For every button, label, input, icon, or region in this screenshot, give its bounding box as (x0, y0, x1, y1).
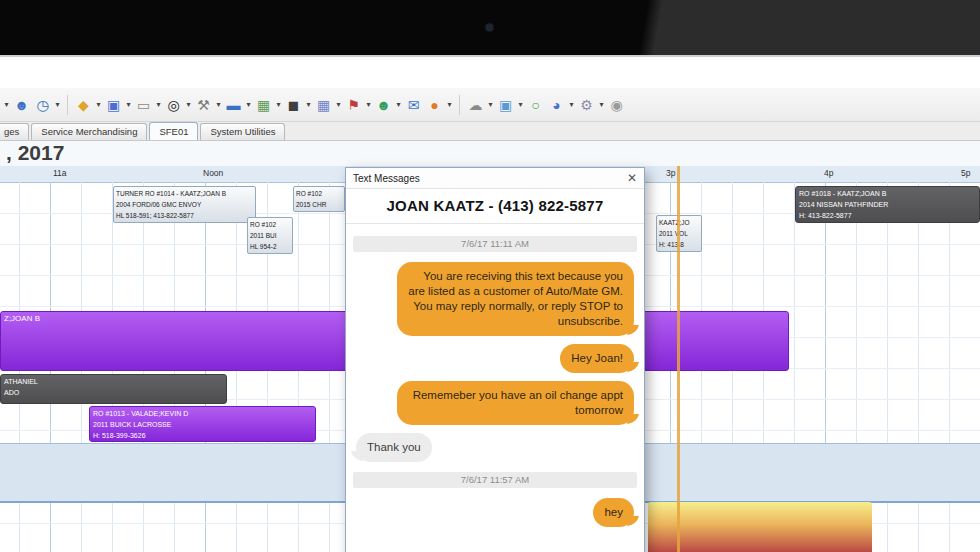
appointment-line: H: 413-822-5877 (799, 210, 976, 221)
dropdown-caret-icon[interactable]: ▾ (124, 100, 133, 109)
appointment-line: RO #1013 - VALADE;KEVIN D (93, 408, 312, 419)
dropdown-caret-icon[interactable]: ▾ (516, 100, 525, 109)
appt-ro-1018-kaatz[interactable]: RO #1018 - KAATZ;JOAN B2014 NISSAN PATHF… (795, 186, 980, 223)
appt-turner-1014[interactable]: TURNER RO #1014 - KAATZ;JOAN B2004 FORD/… (113, 186, 256, 223)
dropdown-caret-icon[interactable]: ▾ (274, 100, 283, 109)
clock-icon[interactable]: ◷ (33, 95, 52, 115)
dropdown-caret-icon[interactable]: ▾ (184, 100, 193, 109)
ledger-icon[interactable]: ◼ (284, 95, 303, 115)
time-label-Noon: Noon (203, 168, 223, 178)
dropdown-caret-icon[interactable]: ▾ (154, 100, 163, 109)
appointment-line: 2011 BUI (250, 230, 290, 241)
dropdown-caret-icon[interactable]: ▾ (214, 100, 223, 109)
time-label-3p: 3p (666, 168, 675, 178)
monitor-bezel (0, 0, 980, 57)
date-heading: , 2017 (6, 141, 64, 165)
parts-box-icon[interactable]: ◆ (74, 95, 93, 115)
dropdown-caret-icon[interactable]: ▾ (445, 100, 454, 109)
mail-icon[interactable]: ✉ (404, 95, 423, 115)
appointment-line: RO #102 (250, 219, 290, 230)
appointment-line: TURNER RO #1014 - KAATZ;JOAN B (116, 188, 253, 199)
appt-ro-102-chr[interactable]: RO #1022015 CHR (293, 186, 345, 212)
outgoing-message-bubble: Hey Joan! (560, 344, 634, 373)
dropdown-caret-icon[interactable]: ▾ (567, 100, 576, 109)
dialog-title-bar[interactable]: Text Messages ✕ (346, 168, 644, 189)
text-messages-dialog: Text Messages ✕ JOAN KAATZ - (413) 822-5… (345, 167, 645, 552)
contact-header: JOAN KAATZ - (413) 822-5877 (346, 189, 644, 224)
close-icon[interactable]: ✕ (627, 172, 637, 184)
dropdown-caret-icon[interactable]: ▾ (244, 100, 253, 109)
outgoing-message-bubble: hey (593, 498, 634, 527)
gear-icon[interactable]: ⚙ (577, 95, 596, 115)
appointment-line: ADO (4, 387, 223, 398)
appointment-line: 2004 FORD/06 GMC ENVOY (116, 199, 253, 210)
tire-icon[interactable]: ◎ (164, 95, 183, 115)
appointment-line: RO #1018 - KAATZ;JOAN B (799, 188, 976, 199)
appointment-line: H: 518-399-3626 (93, 430, 312, 441)
green-ring-icon[interactable]: ○ (526, 95, 545, 115)
appointment-line: 2011 BUICK LACROSSE (93, 419, 312, 430)
toolbar-separator (459, 95, 460, 115)
dropdown-caret-icon[interactable]: ▾ (53, 100, 62, 109)
dropdown-caret-icon[interactable]: ▾ (394, 100, 403, 109)
appointment-line: ATHANIEL (4, 376, 223, 387)
register-icon[interactable]: ▦ (254, 95, 273, 115)
message-area[interactable]: 7/6/17 11:11 AMYou are receiving this te… (346, 224, 644, 552)
birds-icon[interactable]: ● (425, 95, 444, 115)
shield-icon[interactable]: ▣ (104, 95, 123, 115)
date-heading-strip: , 2017 (0, 141, 980, 166)
webcam-icon (486, 24, 493, 31)
dropdown-caret-icon[interactable]: ▾ (94, 100, 103, 109)
current-time-line (677, 166, 680, 552)
appt-ro-1013-valade[interactable]: RO #1013 - VALADE;KEVIN D2011 BUICK LACR… (89, 406, 316, 442)
timestamp-divider: 7/6/17 11:11 AM (353, 236, 637, 252)
bar-nathaniel[interactable]: ATHANIELADO (0, 374, 227, 404)
dropdown-caret-icon[interactable]: ▾ (364, 100, 373, 109)
appointment-line: 2014 NISSAN PATHFINDER (799, 199, 976, 210)
gauge-cloud-icon[interactable]: ☁ (466, 95, 485, 115)
appointment-line: HL 954-2 (250, 241, 290, 252)
tab-bar: gesService MerchandisingSFE01System Util… (0, 122, 980, 141)
appointment-line: HL 518-591; 413-822-5877 (116, 210, 253, 221)
tab-system-utilities[interactable]: System Utilities (200, 123, 285, 140)
time-label-4p: 4p (824, 168, 833, 178)
dropdown-caret-icon[interactable]: ▾ (486, 100, 495, 109)
contact-chat-icon[interactable]: ☻ (374, 95, 393, 115)
tab-sfe01[interactable]: SFE01 (149, 122, 198, 140)
license-plate-icon[interactable]: ▭ (134, 95, 153, 115)
timestamp-divider: 7/6/17 11:57 AM (353, 472, 637, 488)
appointment-line: RO #102 (296, 188, 342, 199)
appt-ro-102-bui[interactable]: RO #1022011 BUIHL 954-2 (247, 217, 293, 254)
dropdown-caret-icon[interactable]: ▾ (2, 100, 11, 109)
toolbar: ▾☻◷▾◆▾▣▾▭▾◎▾⚒▾▬▾▦▾◼▾▦▾⚑▾☻▾✉●▾☁▾▣▾○◕▾⚙▾◉ (0, 88, 980, 122)
search-doc-icon[interactable]: ▣ (496, 95, 515, 115)
time-label-11a: 11a (53, 168, 67, 178)
wrench-icon[interactable]: ⚒ (194, 95, 213, 115)
dialog-title: Text Messages (353, 173, 420, 184)
keys-icon[interactable]: ⚑ (344, 95, 363, 115)
users-icon[interactable]: ☻ (12, 95, 31, 115)
time-label-5p: 5p (961, 168, 970, 178)
tab-service-merchandising[interactable]: Service Merchandising (31, 123, 147, 140)
screen: { "window": { "heading": ", 2017" }, "to… (0, 0, 980, 552)
dropdown-caret-icon[interactable]: ▾ (304, 100, 313, 109)
dropdown-caret-icon[interactable]: ▾ (334, 100, 343, 109)
toolbar-separator (67, 95, 68, 115)
car-icon[interactable]: ▬ (224, 95, 243, 115)
outgoing-message-bubble: You are receiving this text because you … (397, 262, 634, 336)
ink-icon[interactable]: ◉ (607, 95, 626, 115)
pie-chart-icon[interactable]: ◕ (547, 95, 566, 115)
dropdown-caret-icon[interactable]: ▾ (597, 100, 606, 109)
tab-ges[interactable]: ges (0, 123, 29, 140)
capacity-gradient-bar[interactable] (648, 502, 872, 552)
incoming-message-bubble: Thank you (356, 433, 432, 462)
appointment-line: 2015 CHR (296, 199, 342, 210)
calculator-icon[interactable]: ▦ (314, 95, 333, 115)
outgoing-message-bubble: Rememeber you have an oil change appt to… (397, 381, 634, 425)
